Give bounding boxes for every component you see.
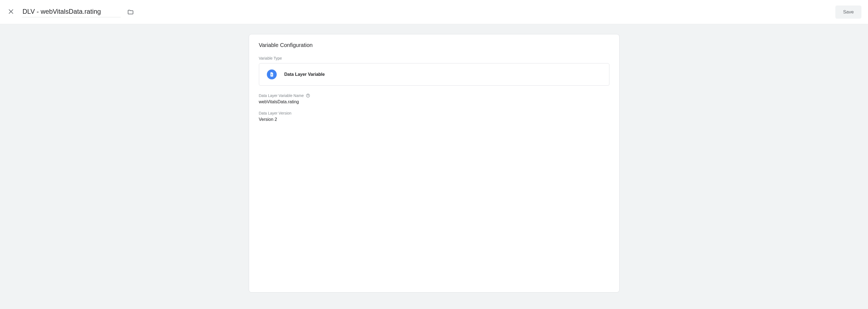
document-icon bbox=[267, 69, 277, 79]
close-icon bbox=[8, 8, 14, 16]
top-bar: Save bbox=[0, 0, 868, 24]
close-button[interactable] bbox=[4, 5, 18, 19]
folder-icon[interactable] bbox=[125, 7, 136, 18]
card-title: Variable Configuration bbox=[259, 42, 609, 48]
data-layer-version-value: Version 2 bbox=[259, 117, 609, 122]
variable-name-label: Data Layer Variable Name bbox=[259, 93, 304, 98]
variable-config-card: Variable Configuration Variable Type Dat… bbox=[249, 34, 620, 292]
variable-type-selector[interactable]: Data Layer Variable bbox=[259, 63, 609, 86]
help-icon[interactable] bbox=[306, 93, 310, 98]
save-button[interactable]: Save bbox=[835, 5, 861, 19]
title-wrap bbox=[22, 7, 136, 18]
canvas: Variable Configuration Variable Type Dat… bbox=[0, 24, 868, 309]
variable-name-label-row: Data Layer Variable Name bbox=[259, 93, 609, 98]
variable-name-value: webVitalsData.rating bbox=[259, 100, 609, 104]
variable-type-label: Variable Type bbox=[259, 56, 609, 60]
variable-type-value: Data Layer Variable bbox=[284, 72, 325, 77]
variable-name-input[interactable] bbox=[22, 7, 121, 17]
data-layer-version-label: Data Layer Version bbox=[259, 111, 609, 115]
svg-point-3 bbox=[308, 96, 308, 97]
